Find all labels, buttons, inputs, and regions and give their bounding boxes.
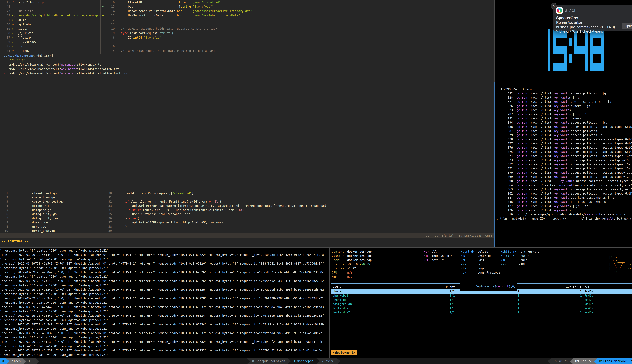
- folder-closed-icon[interactable]: ▸: [12, 31, 18, 36]
- k9s-hotkey[interactable]: <l>Logs: [461, 266, 500, 270]
- history-item[interactable]: 373go run -race ./ list key-vault-access…: [494, 158, 632, 162]
- history-item[interactable]: 379go run -race ./ list key-vault-access…: [494, 133, 632, 137]
- history-item[interactable]: 370go run -race ./ list key-vault-access…: [494, 170, 632, 175]
- tree-row[interactable]: 34▾ [!]cmd/: [0, 49, 100, 53]
- history-item[interactable]: 827go run -race ./ list key-vault-user-a…: [494, 100, 632, 104]
- file-list-item[interactable]: 6dataquality.go: [0, 212, 100, 216]
- history-item[interactable]: 823go run -race ./ list key-vaults: [494, 108, 632, 112]
- folder-closed-icon[interactable]: ▸: [12, 40, 18, 44]
- history-item[interactable]: 347go run -race ./ list key-vault-get-ke…: [494, 196, 632, 200]
- tmux-window-tab[interactable]: 2:nvim-: [317, 358, 340, 364]
- file-list-item[interactable]: 5datapipe.go: [0, 208, 100, 212]
- finder-result[interactable]: cmd/ui/src/views/main/content/Administra…: [0, 67, 493, 71]
- history-item[interactable]: 781go run -race ./ list key-vault-owners: [494, 116, 632, 120]
- history-item[interactable]: 126go run -race ./ list key-vaults: [494, 208, 632, 212]
- history-item[interactable]: 826go run -race ./ list key-vault-owners…: [494, 104, 632, 108]
- go-code-pane[interactable]: ~16 ClientID string `json:"client_id"`~1…: [101, 0, 494, 54]
- folder-closed-icon[interactable]: ▸: [12, 44, 18, 49]
- file-tree-pane[interactable]: 45" Press ? for help4443.. (up a dir)42<…: [0, 0, 100, 54]
- file-list-item[interactable]: 3combo_tree_test.go: [0, 200, 100, 204]
- history-item[interactable]: 378go run -race ./ list key-vault-access…: [494, 137, 632, 142]
- history-item[interactable]: 371go run -race ./ list key-vault-access…: [494, 166, 632, 170]
- close-icon[interactable]: ✕: [550, 3, 557, 9]
- history-item[interactable]: 368go run -race ./ list -- key-vault-acc…: [494, 179, 632, 183]
- k9s-hotkey[interactable]: <e>Edit: [461, 258, 500, 262]
- file-list-item[interactable]: 7dataquality_test.go: [0, 216, 100, 220]
- k9s-deployments-box: Deployments(default)[6] NAME↑READYUP-TO-…: [331, 283, 632, 348]
- tree-row[interactable]: 36▸ [!].vscode/: [0, 40, 100, 44]
- k9s-hotkey[interactable]: <0>all: [424, 250, 454, 254]
- k9s-deployment-row[interactable]: test-idp-11/1117m40s: [331, 306, 632, 310]
- history-item[interactable]: 377go run -race ./ list key-vault-access…: [494, 142, 632, 146]
- options-button[interactable]: Options ⌄: [622, 23, 632, 29]
- k9s-hotkey[interactable]: <2>default: [424, 258, 454, 262]
- history-item[interactable]: 828go run -race ./ list key-vaults | jq: [494, 96, 632, 100]
- file-list-item[interactable]: 10error_test.go: [0, 229, 100, 233]
- history-item[interactable]: 388go run -race ./ list key-vault-access…: [494, 125, 632, 129]
- tree-row[interactable]: 42</dlees/dev/src/git.bloodhound-ad.net/…: [0, 13, 100, 18]
- history-item[interactable]: 387go run -race ./ list key-vault-access…: [494, 129, 632, 133]
- tmux-window-tab[interactable]: 0:SharpHoundCommon: [247, 358, 291, 364]
- k9s-breadcrumb[interactable]: <deployment>: [332, 350, 357, 355]
- k9s-deployment-row[interactable]: bhe-webui1/1117m40s: [331, 294, 632, 298]
- history-item[interactable]: 816ga ../../packages/go/azurehound/model…: [494, 212, 632, 216]
- tree-row[interactable]: 44: [0, 4, 100, 9]
- fuzzy-finder[interactable]: ~/d/s/g/b/monorepo/Administr 3/70637 (0)…: [0, 54, 493, 86]
- folder-open-icon[interactable]: ▾: [12, 49, 18, 53]
- folder-closed-icon[interactable]: ▸: [12, 26, 18, 31]
- history-item[interactable]: 782go run -race ./ list key-vaults | jq …: [494, 112, 632, 116]
- history-item[interactable]: 394go run -race ./ list key-vault-access…: [494, 120, 632, 125]
- history-item[interactable]: 369go run -race ./ list key-vault-access…: [494, 175, 632, 179]
- tree-row[interactable]: 38▸ [?].ijwb/: [0, 31, 100, 36]
- history-item[interactable]: 364go run -race ./ -- list key-vault-acc…: [494, 183, 632, 187]
- k9s-hotkey[interactable]: <s>Scale: [500, 258, 540, 262]
- tmux-window-tab[interactable]: 1:monorepo*: [288, 358, 319, 364]
- tree-row[interactable]: 40▸ .gitlab/: [0, 22, 100, 26]
- file-list-item[interactable]: 9error.go: [0, 224, 100, 229]
- history-item[interactable]: 363go run -race ./ list key-vault-access…: [494, 187, 632, 192]
- k9s-deployment-row[interactable]: neo4j-db1/1117m40s: [331, 298, 632, 302]
- k9s-pane[interactable]: Context:docker-desktopCluster:docker-des…: [330, 248, 632, 358]
- history-item[interactable]: 346go run -race ./ list key-vault-get-ke…: [494, 200, 632, 204]
- history-prompt[interactable]: > go run keyvault: [494, 82, 632, 87]
- history-item[interactable]: 375go run -race ./ list key-vault-access…: [494, 150, 632, 154]
- folder-closed-icon[interactable]: ▸: [12, 22, 18, 26]
- tree-row[interactable]: 41▸ .git/: [0, 18, 100, 22]
- finder-prompt[interactable]: ~/d/s/g/b/monorepo/Administr: [0, 54, 493, 58]
- finder-result[interactable]: >cmd/ui/src/views/main/content/Administr…: [0, 71, 493, 76]
- history-item[interactable]: 374go run -race ./ list key-vault-access…: [494, 154, 632, 158]
- k9s-hotkey[interactable]: <ctrl-d>Delete: [461, 250, 500, 254]
- nvim-pane[interactable]: 45" Press ? for help4443.. (up a dir)42<…: [0, 0, 494, 248]
- folder-closed-icon[interactable]: ▸: [12, 18, 18, 22]
- tree-row[interactable]: 37▸ [?].vim/: [0, 36, 100, 40]
- k9s-hotkey[interactable]: <p>Logs Previous: [461, 270, 500, 275]
- k9s-deployment-row[interactable]: postgres-db1/1117m40s: [331, 302, 632, 306]
- history-item[interactable]: 362go run -race ./ list key-vault-access…: [494, 192, 632, 196]
- k9s-hotkey[interactable]: <1>ingress-nginx: [424, 254, 454, 258]
- folder-closed-icon[interactable]: ▸: [12, 36, 18, 40]
- k9s-hotkey[interactable]: <ctrl-t>Restart: [500, 254, 540, 258]
- history-item[interactable]: 372go run -race ./ list key-vault-access…: [494, 162, 632, 166]
- tree-row[interactable]: 45" Press ? for help: [0, 0, 100, 4]
- k9s-hotkey[interactable]: <d>Describe: [461, 254, 500, 258]
- logs-pane[interactable]: " response_bytes="0" status="200" user_a…: [0, 248, 329, 359]
- file-list-item[interactable]: 1client_test.go: [0, 191, 100, 196]
- file-list-item[interactable]: 2combo_tree.go: [0, 196, 100, 200]
- history-pane[interactable]: > go run keyvault 31/999 +S >892go run -…: [494, 82, 632, 248]
- tree-row[interactable]: 35▸ ci/: [0, 44, 100, 49]
- history-item[interactable]: >892go run -race ./ list key-vault-acces…: [494, 92, 632, 96]
- file-list-pane[interactable]: 1client_test.go2combo_tree.go3combo_tree…: [0, 191, 100, 233]
- slack-notification[interactable]: ✕ SLACK › SpecterOps Rohan Vazarkar husk…: [552, 4, 632, 31]
- k9s-hotkey[interactable]: <y>YAML: [500, 262, 540, 266]
- file-list-item[interactable]: 4computer.go: [0, 204, 100, 208]
- k9s-hotkey[interactable]: <?>Help: [461, 262, 500, 266]
- history-item[interactable]: 127go run -race ./ list key-vaults | jq …: [494, 204, 632, 208]
- finder-result[interactable]: cmd/ui/src/views/main/content/Administra…: [0, 62, 493, 67]
- tree-row[interactable]: 39▸ .idea/: [0, 26, 100, 31]
- k9s-deployment-row[interactable]: test-idp-21/1117m40s: [331, 310, 632, 314]
- history-item[interactable]: 376go run -race ./ list key-vault-access…: [494, 146, 632, 150]
- client-go-pane[interactable]: 30 rawId := mux.Vars(request)["client_id…: [102, 191, 494, 233]
- k9s-hotkey[interactable]: <shift-f>Port-Forward: [500, 250, 540, 254]
- file-list-item[interactable]: 8domain.go: [0, 220, 100, 224]
- tree-row[interactable]: 43.. (up a dir): [0, 9, 100, 13]
